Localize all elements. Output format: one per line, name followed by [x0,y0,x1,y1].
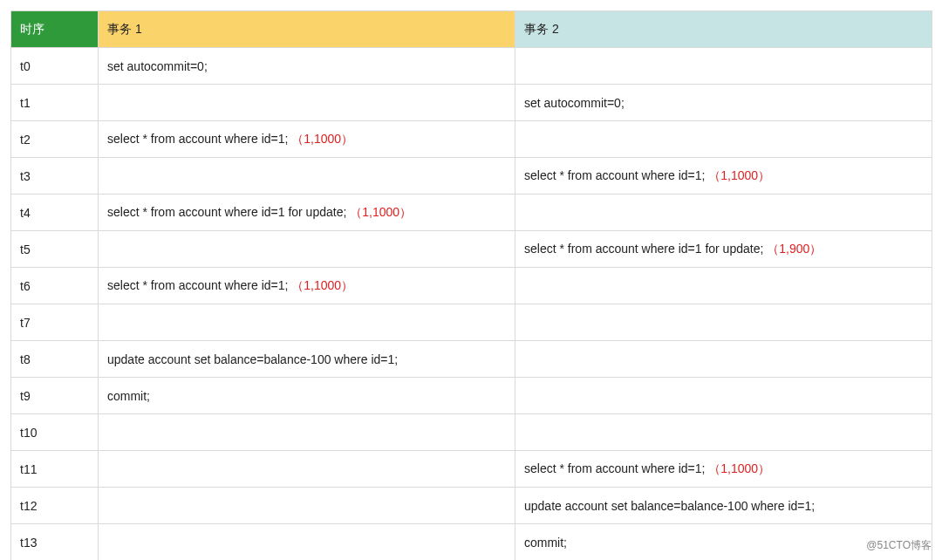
tx1-cell: select * from account where id=1 for upd… [99,195,515,231]
time-cell: t11 [11,451,99,488]
sql-text: select * from account where id=1; [107,132,288,146]
table-row: t2select * from account where id=1; （1,1… [11,121,932,158]
table-row: t11select * from account where id=1; （1,… [11,451,932,488]
tx1-cell: update account set balance=balance-100 w… [99,341,515,378]
header-time: 时序 [11,11,99,48]
tx2-cell [515,341,932,378]
tx2-cell: select * from account where id=1; （1,100… [515,451,932,488]
tx1-cell: set autocommit=0; [99,48,515,85]
tx2-cell [515,48,932,85]
sql-text: select * from account where id=1; [524,168,705,182]
table-row: t7 [11,304,932,341]
sql-text: update account set balance=balance-100 w… [524,499,815,513]
time-cell: t3 [11,158,99,195]
time-cell: t4 [11,195,99,231]
sql-text: set autocommit=0; [524,96,625,110]
time-cell: t9 [11,378,99,414]
transaction-table: 时序 事务 1 事务 2 t0set autocommit=0;t1set au… [10,10,932,560]
tx2-cell [515,378,932,414]
table-row: t13commit; [11,524,932,561]
table-row: t1set autocommit=0; [11,85,932,121]
table-row: t12update account set balance=balance-10… [11,488,932,524]
tx1-cell [99,158,515,195]
tx2-cell [515,121,932,158]
tx2-cell [515,414,932,451]
time-cell: t7 [11,304,99,341]
time-cell: t2 [11,121,99,158]
header-tx2: 事务 2 [515,11,932,48]
header-tx1: 事务 1 [99,11,515,48]
time-cell: t10 [11,414,99,451]
tx2-cell: set autocommit=0; [515,85,932,121]
tx2-cell [515,304,932,341]
tx1-cell: select * from account where id=1; （1,100… [99,268,515,304]
tx1-cell: commit; [99,378,515,414]
time-cell: t13 [11,524,99,561]
sql-text: set autocommit=0; [107,59,208,73]
sql-text: select * from account where id=1 for upd… [107,205,346,219]
tx2-cell [515,268,932,304]
tx1-cell [99,231,515,268]
tx1-cell [99,451,515,488]
table-row: t5select * from account where id=1 for u… [11,231,932,268]
tx2-cell: update account set balance=balance-100 w… [515,488,932,524]
sql-text: commit; [524,536,567,550]
result-note: （1,1000） [291,278,353,292]
time-cell: t5 [11,231,99,268]
tx2-cell [515,195,932,231]
tx1-cell: select * from account where id=1; （1,100… [99,121,515,158]
time-cell: t12 [11,488,99,524]
table-row: t4select * from account where id=1 for u… [11,195,932,231]
result-note: （1,1000） [708,461,770,475]
table-row: t3select * from account where id=1; （1,1… [11,158,932,195]
time-cell: t6 [11,268,99,304]
result-note: （1,1000） [291,132,353,146]
result-note: （1,1000） [708,168,770,182]
time-cell: t0 [11,48,99,85]
tx1-cell [99,524,515,561]
result-note: （1,1000） [350,205,412,219]
sql-text: select * from account where id=1; [107,278,288,292]
tx1-cell [99,304,515,341]
table-row: t10 [11,414,932,451]
time-cell: t1 [11,85,99,121]
table-row: t8update account set balance=balance-100… [11,341,932,378]
sql-text: update account set balance=balance-100 w… [107,352,398,366]
tx2-cell: select * from account where id=1 for upd… [515,231,932,268]
result-note: （1,900） [767,242,822,256]
table-row: t6select * from account where id=1; （1,1… [11,268,932,304]
table-header-row: 时序 事务 1 事务 2 [11,11,932,48]
table-row: t9commit; [11,378,932,414]
tx1-cell [99,414,515,451]
tx1-cell [99,488,515,524]
watermark: @51CTO博客 [866,538,932,553]
sql-text: commit; [107,389,150,403]
tx2-cell: select * from account where id=1; （1,100… [515,158,932,195]
table-row: t0set autocommit=0; [11,48,932,85]
time-cell: t8 [11,341,99,378]
tx1-cell [99,85,515,121]
sql-text: select * from account where id=1; [524,461,705,475]
sql-text: select * from account where id=1 for upd… [524,242,763,256]
